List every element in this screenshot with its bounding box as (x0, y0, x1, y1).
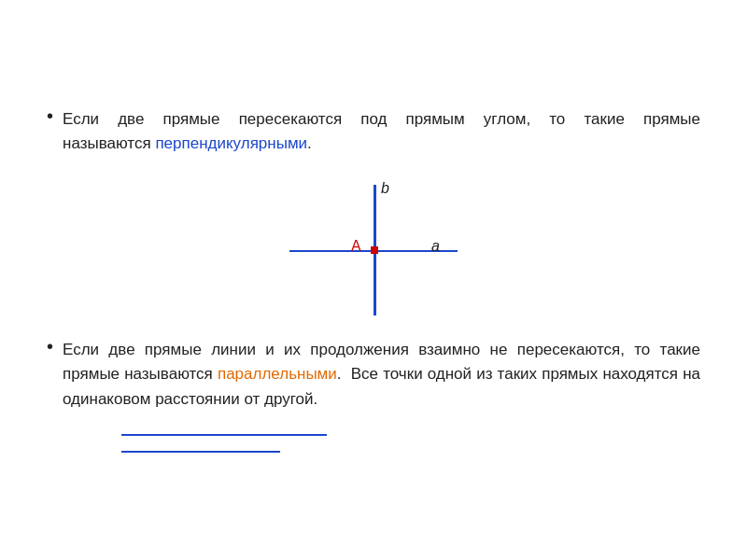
bullet-dot-2: • (47, 336, 53, 357)
bullet-text-2: Если две прямые линии и их продолжения в… (63, 338, 700, 412)
parallel-line-2 (121, 451, 280, 453)
slide-container: • Если две прямые пересекаются под прямы… (19, 89, 728, 471)
bullet-item-1: • Если две прямые пересекаются под прямы… (47, 107, 700, 157)
diagram-container: b a A (47, 175, 700, 325)
label-A: A (351, 238, 361, 255)
parallel-lines-container (121, 434, 700, 453)
label-b: b (381, 180, 389, 197)
bullet-item-2: • Если две прямые линии и их продолжения… (47, 338, 700, 412)
perpendicular-diagram: b a A (280, 180, 467, 320)
parallel-line-1 (121, 434, 327, 436)
bullet2-highlight: параллельными (218, 365, 337, 383)
bullet-text-1: Если две прямые пересекаются под прямым … (63, 107, 700, 157)
bullet1-suffix: . (307, 134, 312, 152)
intersection-marker (371, 246, 378, 254)
bullet-dot-1: • (47, 105, 53, 127)
bullet1-highlight: перпендикулярными (155, 134, 307, 152)
label-a: a (431, 238, 440, 255)
